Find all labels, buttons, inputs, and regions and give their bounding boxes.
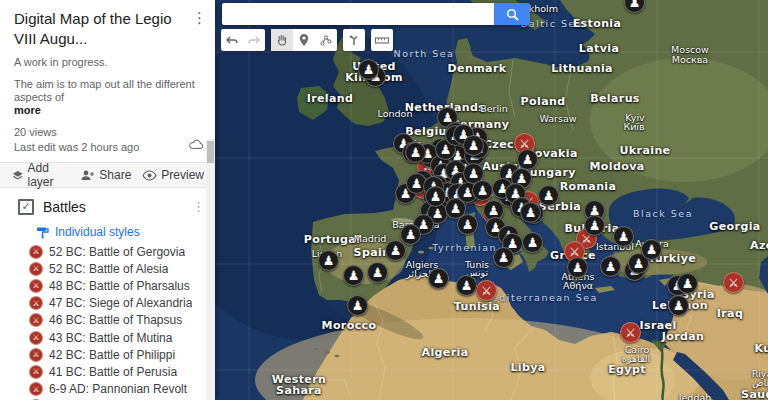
monument-marker[interactable]: ♟ [538, 185, 559, 206]
redo-icon [247, 33, 261, 47]
monument-marker[interactable]: ♟ [472, 180, 493, 201]
monument-marker[interactable]: ♟ [517, 149, 538, 170]
list-item[interactable]: ⚔52 BC: Battle of Alesia [0, 260, 215, 277]
battle-item-label: 47 BC: Siege of Alexandria [49, 296, 192, 310]
last-edit-text: Last edit was 2 hours ago [14, 141, 139, 153]
battle-item-label: 43 BC: Battle of Mutina [49, 331, 172, 345]
preview-label: Preview [161, 168, 204, 182]
hand-icon [275, 33, 289, 47]
marker-pin-icon [298, 33, 310, 47]
monument-marker[interactable]: ♟ [347, 295, 368, 316]
directions-button[interactable] [343, 29, 365, 51]
redo-button[interactable] [243, 29, 265, 51]
add-layer-button[interactable]: Add layer [12, 161, 69, 189]
search-icon [506, 8, 519, 21]
undo-button[interactable] [221, 29, 243, 51]
pan-tool-button[interactable] [271, 29, 293, 51]
monument-marker[interactable]: ♟ [318, 250, 339, 271]
views-count: 20 views [14, 126, 201, 138]
monument-marker[interactable]: ♟ [493, 247, 514, 268]
monument-marker[interactable]: ♟ [567, 257, 588, 278]
list-item[interactable]: ⚔41 BC: Battle of Perusia [0, 363, 215, 380]
monument-marker[interactable]: ♟ [343, 265, 364, 286]
monument-marker[interactable]: ♟ [405, 142, 426, 163]
battle-marker-icon: ⚔ [29, 331, 43, 345]
monument-marker[interactable]: ♟ [600, 256, 621, 277]
list-item[interactable]: ⚔43 BC: Battle of Mutina [0, 329, 215, 346]
monument-marker[interactable]: ♟ [677, 273, 698, 294]
monument-marker[interactable]: ♟ [456, 275, 477, 296]
monument-marker[interactable]: ♟ [463, 135, 484, 156]
list-item[interactable]: ⚔42 BC: Battle of Philippi [0, 346, 215, 363]
monument-marker[interactable]: ♟ [613, 226, 634, 247]
more-link[interactable]: more [14, 104, 41, 116]
list-item[interactable]: ⚔6-9 AD: Pannonian Revolt [0, 381, 215, 398]
monument-marker[interactable]: ♟ [522, 232, 543, 253]
list-item[interactable]: ⚔48 BC: Battle of Pharsalus [0, 277, 215, 294]
battle-marker-icon: ⚔ [29, 245, 43, 259]
monument-marker[interactable]: ♟ [520, 202, 541, 223]
map-title: Digital Map of the Legio VIII Augu... [14, 9, 192, 49]
layer-menu-kebab-icon[interactable]: ⋮ [192, 199, 205, 214]
list-item[interactable]: ⚔46 BC: Battle of Thapsus [0, 312, 215, 329]
layers-icon [12, 169, 24, 182]
measure-button[interactable] [371, 29, 393, 51]
list-item[interactable]: ⚔47 BC: Siege of Alexandria [0, 295, 215, 312]
monument-marker[interactable]: ♟ [425, 186, 446, 207]
share-label: Share [99, 168, 131, 182]
sidebar-toolbar: Add layer Share Preview [0, 162, 215, 188]
sidebar-scrollbar [206, 139, 215, 400]
monument-marker[interactable]: ♟ [624, 0, 645, 13]
battle-marker-icon: ⚔ [29, 296, 43, 310]
eye-icon [142, 170, 157, 181]
individual-styles-label: Individual styles [55, 225, 140, 239]
paint-roller-icon [36, 226, 49, 239]
drawing-toolbar [221, 29, 399, 51]
monument-marker[interactable]: ♟ [584, 215, 605, 236]
polyline-icon [319, 33, 333, 47]
battle-item-label: 52 BC: Battle of Gergovia [49, 245, 185, 259]
monument-marker[interactable]: ♟ [428, 268, 449, 289]
battle-item-label: 48 BC: Battle of Pharsalus [49, 279, 190, 293]
draw-line-button[interactable] [315, 29, 337, 51]
individual-styles-button[interactable]: Individual styles [36, 225, 215, 239]
map-canvas[interactable]: North SeaBaltic SeaBlack SeaTyrrhenian S… [215, 0, 768, 400]
battle-marker-icon: ⚔ [29, 313, 43, 327]
map-markers: ⚔⚔⚔⚔⚔⚔⚔⚔⚔⚔⚔♟♟♟♟♟♟♟♟♟♟♟♟♟♟♟♟♟♟♟♟♟♟♟♟♟♟♟♟♟… [215, 0, 768, 400]
layer-panel: ✓ Battles ⋮ Individual styles ⚔52 BC: Ba… [0, 188, 215, 400]
add-marker-button[interactable] [293, 29, 315, 51]
sidebar-panel: Digital Map of the Legio VIII Augu... ⋮ … [0, 0, 215, 400]
battle-marker-icon: ⚔ [29, 262, 43, 276]
search-button[interactable] [494, 3, 530, 25]
monument-marker[interactable]: ♟ [358, 59, 379, 80]
monument-marker[interactable]: ♟ [385, 240, 406, 261]
battle-marker-icon: ⚔ [29, 382, 43, 396]
battle-list: ⚔52 BC: Battle of Gergovia⚔52 BC: Battle… [0, 243, 215, 400]
map-menu-kebab-icon[interactable]: ⋮ [192, 9, 207, 27]
battle-item-label: 46 BC: Battle of Thapsus [49, 313, 182, 327]
battle-marker-icon: ⚔ [29, 348, 43, 362]
monument-marker[interactable]: ♟ [457, 214, 478, 235]
search-input[interactable] [222, 3, 494, 25]
monument-marker[interactable]: ♟ [400, 224, 421, 245]
battle-item-label: 52 BC: Battle of Alesia [49, 262, 168, 276]
layer-checkbox[interactable]: ✓ [18, 199, 34, 215]
person-add-icon [80, 169, 95, 181]
monument-marker[interactable]: ♟ [367, 262, 388, 283]
monument-marker[interactable]: ♟ [641, 239, 662, 260]
scrollbar-thumb[interactable] [207, 141, 214, 163]
list-item[interactable]: ⚔52 BC: Battle of Gergovia [0, 243, 215, 260]
drive-cloud-icon [189, 139, 204, 152]
battle-marker-icon: ⚔ [29, 365, 43, 379]
battle-marker[interactable]: ⚔ [620, 322, 641, 343]
battle-item-label: 6-9 AD: Pannonian Revolt [49, 382, 187, 396]
battle-marker-icon: ⚔ [29, 279, 43, 293]
battle-marker[interactable]: ⚔ [476, 280, 497, 301]
monument-marker[interactable]: ♟ [668, 295, 689, 316]
layer-name[interactable]: Battles [43, 199, 86, 215]
battle-item-label: 41 BC: Battle of Perusia [49, 365, 177, 379]
ruler-icon [374, 34, 390, 46]
share-button[interactable]: Share [80, 168, 131, 182]
battle-marker[interactable]: ⚔ [723, 272, 744, 293]
preview-button[interactable]: Preview [142, 168, 204, 182]
